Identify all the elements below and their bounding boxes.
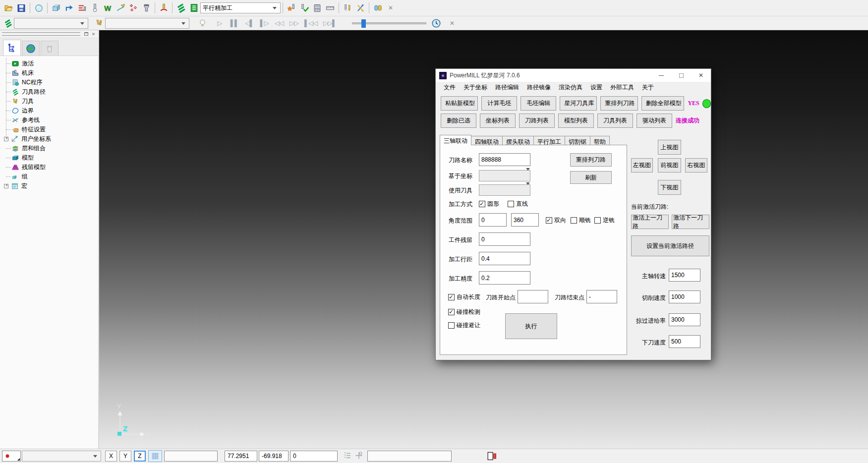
conventional-mill-checkbox[interactable]: 逆铣 bbox=[594, 216, 615, 225]
tab-saw[interactable]: 切割锯 bbox=[565, 136, 590, 145]
tree-item-levels[interactable]: 层和组合 bbox=[3, 144, 98, 153]
tree-item-boundaries[interactable]: 边界 bbox=[3, 106, 98, 116]
edit-block-button[interactable]: 毛坯编辑 bbox=[521, 96, 556, 111]
menu-path-mirror[interactable]: 路径镜像 bbox=[523, 82, 555, 93]
angle-start-input[interactable] bbox=[479, 213, 507, 227]
collision-check-icon[interactable] bbox=[285, 1, 298, 14]
stepover-input[interactable] bbox=[479, 252, 530, 265]
fast-forward-icon[interactable]: ▷▷ bbox=[287, 19, 301, 27]
explorer-grip-bar[interactable]: ✕ bbox=[0, 30, 98, 38]
checkbox-icon[interactable] bbox=[508, 201, 514, 207]
rewind-icon[interactable]: ◁◁ bbox=[272, 19, 287, 27]
tool-library-button[interactable]: 星河刀具库 bbox=[560, 96, 597, 111]
activate-next-toolpath-button[interactable]: 激活下一刀路 bbox=[672, 215, 709, 229]
close-panel-icon[interactable]: ✕ bbox=[90, 31, 97, 37]
tool-list-button[interactable]: 刀具列表 bbox=[597, 114, 633, 128]
save-icon[interactable] bbox=[15, 1, 28, 14]
rearrange-button[interactable]: 重排列刀路 bbox=[570, 153, 612, 167]
stock-allowance-input[interactable] bbox=[479, 232, 530, 246]
drive-list-button[interactable]: 驱动列表 bbox=[637, 114, 672, 128]
axis-x-button[interactable]: X bbox=[105, 451, 117, 462]
refresh-button[interactable]: 刷新 bbox=[570, 171, 612, 184]
tab-head-swing[interactable]: 摆头联动 bbox=[502, 136, 534, 145]
tool-pair-icon[interactable] bbox=[341, 1, 354, 14]
tree-item-stock-models[interactable]: 残留模型 bbox=[3, 163, 98, 172]
climb-mill-checkbox[interactable]: 顺铣 bbox=[571, 216, 591, 225]
bidirectional-checkbox[interactable]: 双向 bbox=[546, 216, 566, 225]
tree-item-tools[interactable]: 刀具 bbox=[3, 97, 98, 106]
right-view-button[interactable]: 右视图 bbox=[685, 158, 707, 173]
return-arrow-icon[interactable] bbox=[62, 1, 75, 14]
line-checkbox[interactable]: 直线 bbox=[508, 200, 528, 208]
tree-item-machine[interactable]: 机床 bbox=[3, 68, 98, 78]
toolpath-name-input[interactable] bbox=[479, 153, 530, 166]
record-dot-button[interactable] bbox=[2, 451, 21, 462]
play-icon[interactable]: ▷ bbox=[212, 19, 227, 27]
axis-y-button[interactable]: Y bbox=[119, 451, 131, 462]
pencil-curve-icon[interactable] bbox=[114, 1, 127, 14]
set-active-path-button[interactable]: 设置当前激活路径 bbox=[631, 235, 709, 256]
start-point-input[interactable] bbox=[518, 290, 548, 303]
transform-arrows-icon[interactable] bbox=[354, 1, 367, 14]
delete-all-models-button[interactable]: 删除全部模型 bbox=[641, 96, 685, 111]
checkbox-icon[interactable] bbox=[594, 217, 601, 224]
locate-icon[interactable] bbox=[354, 451, 367, 462]
checkbox-icon[interactable] bbox=[479, 201, 485, 207]
go-end-icon[interactable]: ▷▷▌ bbox=[320, 19, 339, 27]
numbered-list-icon[interactable] bbox=[344, 452, 354, 461]
front-view-button[interactable]: 前视图 bbox=[658, 158, 681, 173]
z-levels-icon[interactable] bbox=[75, 1, 88, 14]
expand-icon[interactable] bbox=[4, 184, 8, 188]
sim-toolpath-dropdown[interactable] bbox=[14, 18, 88, 29]
powermill-toolpath-icon[interactable] bbox=[174, 1, 187, 14]
dialog-title-bar[interactable]: ★ PowerMILL 忆梦星河 7.0.6 bbox=[436, 69, 711, 82]
coord-list-button[interactable]: 坐标列表 bbox=[480, 114, 516, 128]
left-view-button[interactable]: 左视图 bbox=[631, 158, 653, 173]
auto-length-checkbox[interactable]: 自动长度 bbox=[448, 293, 480, 301]
go-start-icon[interactable]: ▌◁◁ bbox=[301, 19, 320, 27]
statusbar-dropdown[interactable] bbox=[22, 451, 101, 462]
clock-icon[interactable] bbox=[430, 17, 442, 29]
menu-coords[interactable]: 关于坐标 bbox=[460, 82, 491, 93]
activate-prev-toolpath-button[interactable]: 激活上一刀路 bbox=[631, 215, 669, 229]
top-view-button[interactable]: 上视图 bbox=[658, 140, 681, 155]
delete-selected-button[interactable]: 删除已选 bbox=[441, 114, 476, 128]
checkbox-icon[interactable] bbox=[546, 217, 552, 224]
tree-item-models[interactable]: 模型 bbox=[3, 153, 98, 163]
lightbulb-icon[interactable] bbox=[196, 17, 208, 29]
tree-item-workplanes[interactable]: 用户坐标系 bbox=[3, 134, 98, 144]
tree-item-macros[interactable]: 宏 bbox=[3, 181, 98, 191]
ruler-icon[interactable] bbox=[324, 1, 337, 14]
graphics-viewport[interactable]: Y X Z ★ PowerMILL 忆梦星河 7.0.6 文件 关于坐标 bbox=[99, 30, 868, 449]
calculator-icon[interactable] bbox=[311, 1, 324, 14]
sphere-icon[interactable] bbox=[32, 1, 45, 14]
menu-render-sim[interactable]: 渲染仿真 bbox=[555, 82, 586, 93]
menu-about[interactable]: 关于 bbox=[638, 82, 658, 93]
plunge-feed-input[interactable] bbox=[669, 335, 700, 348]
menu-file[interactable]: 文件 bbox=[440, 82, 460, 93]
tab-3axis[interactable]: 三轴联动 bbox=[440, 135, 471, 145]
clipboard-pause-icon[interactable] bbox=[486, 451, 496, 461]
bottom-view-button[interactable]: 下视图 bbox=[658, 180, 681, 195]
tool-dropdown[interactable] bbox=[479, 184, 530, 196]
sim-tool-dropdown[interactable] bbox=[105, 18, 189, 29]
cylinder-pair-icon[interactable] bbox=[371, 1, 384, 14]
angle-end-input[interactable] bbox=[511, 213, 539, 227]
tree-item-patterns[interactable]: 参考线 bbox=[3, 116, 98, 125]
coord-dropdown[interactable] bbox=[479, 170, 530, 181]
expand-icon[interactable] bbox=[4, 137, 8, 141]
grid-snap-button[interactable] bbox=[148, 450, 162, 462]
execute-button[interactable]: 执行 bbox=[505, 313, 557, 339]
tool-holder-icon[interactable] bbox=[140, 1, 153, 14]
list-green-icon[interactable] bbox=[187, 1, 200, 14]
pause-icon[interactable]: ▌▌ bbox=[227, 19, 242, 27]
maximize-button[interactable] bbox=[671, 69, 691, 82]
collision-detect-checkbox[interactable]: 碰撞检测 bbox=[448, 308, 480, 316]
tree-item-activate[interactable]: 激活 bbox=[3, 59, 98, 68]
open-folder-icon[interactable] bbox=[2, 1, 15, 14]
model-list-button[interactable]: 模型列表 bbox=[558, 114, 594, 128]
cutting-feed-input[interactable] bbox=[669, 290, 700, 303]
step-back-icon[interactable]: ◁▌ bbox=[242, 19, 257, 27]
tool-verify-icon[interactable] bbox=[298, 1, 311, 14]
step-forward-icon[interactable]: ▌▷ bbox=[257, 19, 272, 27]
